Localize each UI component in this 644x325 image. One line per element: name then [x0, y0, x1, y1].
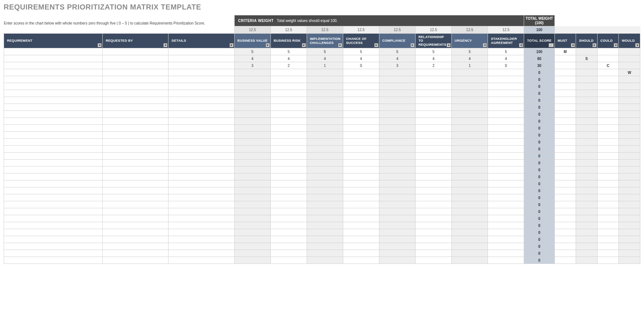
cell-score[interactable] — [488, 132, 524, 139]
cell-score[interactable]: 0 — [488, 62, 524, 69]
cell-score[interactable] — [307, 167, 343, 173]
cell-moscow[interactable] — [597, 69, 619, 76]
cell-score[interactable] — [343, 187, 379, 194]
cell-moscow[interactable] — [597, 243, 619, 250]
cell-score[interactable] — [452, 146, 488, 153]
cell-score[interactable]: 5 — [234, 48, 270, 55]
cell-moscow[interactable] — [619, 111, 640, 118]
cell-score[interactable] — [415, 153, 451, 160]
filter-dropdown-icon[interactable] — [266, 43, 270, 47]
cell-moscow[interactable] — [576, 69, 598, 76]
cell-requested-by[interactable] — [103, 69, 168, 76]
cell-score[interactable] — [270, 125, 307, 132]
cell-requested-by[interactable] — [103, 76, 168, 83]
cell-moscow[interactable] — [619, 76, 640, 83]
cell-score[interactable] — [307, 236, 343, 243]
cell-score[interactable] — [452, 104, 488, 111]
cell-score[interactable] — [343, 222, 379, 229]
cell-requirement[interactable] — [4, 201, 103, 208]
cell-score[interactable] — [415, 250, 451, 257]
cell-score[interactable] — [270, 97, 307, 104]
cell-score[interactable] — [415, 69, 451, 76]
cell-moscow[interactable] — [576, 180, 598, 187]
cell-details[interactable] — [168, 90, 234, 97]
cell-details[interactable] — [168, 236, 234, 243]
cell-details[interactable] — [168, 194, 234, 201]
cell-score[interactable] — [452, 180, 488, 187]
cell-moscow[interactable] — [576, 222, 598, 229]
cell-score[interactable] — [307, 125, 343, 132]
cell-moscow[interactable] — [619, 62, 640, 69]
cell-requirement[interactable] — [4, 146, 103, 153]
cell-score[interactable] — [488, 167, 524, 173]
cell-requested-by[interactable] — [103, 160, 168, 167]
cell-score[interactable] — [452, 215, 488, 222]
cell-score[interactable] — [343, 69, 379, 76]
cell-score[interactable] — [379, 250, 415, 257]
weight-cell[interactable]: 12.5 — [379, 26, 415, 34]
cell-score[interactable] — [379, 257, 415, 264]
cell-requested-by[interactable] — [103, 153, 168, 160]
cell-moscow[interactable] — [619, 146, 640, 153]
cell-score[interactable]: 5 — [307, 48, 343, 55]
cell-score[interactable] — [234, 118, 270, 125]
cell-score[interactable] — [488, 201, 524, 208]
cell-score[interactable] — [234, 76, 270, 83]
cell-moscow[interactable] — [619, 201, 640, 208]
cell-requirement[interactable] — [4, 250, 103, 257]
cell-score[interactable] — [379, 229, 415, 236]
cell-requested-by[interactable] — [103, 173, 168, 180]
cell-moscow[interactable] — [619, 194, 640, 201]
cell-score[interactable] — [379, 90, 415, 97]
cell-score[interactable] — [270, 229, 307, 236]
cell-score[interactable] — [488, 236, 524, 243]
cell-score[interactable] — [379, 153, 415, 160]
cell-score[interactable] — [307, 111, 343, 118]
cell-score[interactable] — [307, 139, 343, 146]
cell-requested-by[interactable] — [103, 187, 168, 194]
filter-dropdown-icon[interactable] — [483, 43, 487, 47]
cell-requirement[interactable] — [4, 139, 103, 146]
cell-moscow[interactable] — [576, 97, 598, 104]
cell-score[interactable] — [452, 132, 488, 139]
cell-score[interactable] — [234, 83, 270, 90]
cell-score[interactable]: 5 — [270, 48, 307, 55]
cell-details[interactable] — [168, 55, 234, 62]
cell-score[interactable] — [452, 111, 488, 118]
cell-moscow[interactable] — [597, 55, 619, 62]
cell-score[interactable] — [234, 104, 270, 111]
cell-score[interactable] — [234, 90, 270, 97]
cell-moscow[interactable] — [554, 167, 576, 173]
cell-requirement[interactable] — [4, 69, 103, 76]
cell-score[interactable] — [270, 118, 307, 125]
col-header-criteria[interactable]: IMPLEMENTATION CHALLENGES — [307, 34, 343, 48]
cell-score[interactable] — [307, 215, 343, 222]
cell-score[interactable] — [234, 153, 270, 160]
cell-score[interactable]: 4 — [488, 55, 524, 62]
cell-score[interactable] — [452, 83, 488, 90]
cell-score[interactable] — [343, 173, 379, 180]
sort-icon[interactable]: ↕ — [549, 43, 554, 47]
cell-moscow[interactable] — [619, 236, 640, 243]
cell-score[interactable] — [488, 111, 524, 118]
cell-score[interactable]: 4 — [270, 55, 307, 62]
cell-score[interactable] — [307, 187, 343, 194]
cell-moscow[interactable] — [554, 153, 576, 160]
cell-moscow[interactable]: S — [576, 55, 598, 62]
cell-requested-by[interactable] — [103, 97, 168, 104]
cell-score[interactable] — [307, 180, 343, 187]
cell-score[interactable] — [488, 187, 524, 194]
cell-requested-by[interactable] — [103, 111, 168, 118]
cell-moscow[interactable] — [576, 160, 598, 167]
cell-requirement[interactable] — [4, 236, 103, 243]
cell-details[interactable] — [168, 160, 234, 167]
cell-score[interactable] — [343, 153, 379, 160]
cell-moscow[interactable] — [597, 146, 619, 153]
cell-moscow[interactable] — [576, 243, 598, 250]
cell-details[interactable] — [168, 208, 234, 215]
cell-requirement[interactable] — [4, 48, 103, 55]
cell-score[interactable] — [415, 229, 451, 236]
cell-details[interactable] — [168, 215, 234, 222]
filter-dropdown-icon[interactable] — [338, 43, 342, 47]
cell-score[interactable] — [415, 215, 451, 222]
